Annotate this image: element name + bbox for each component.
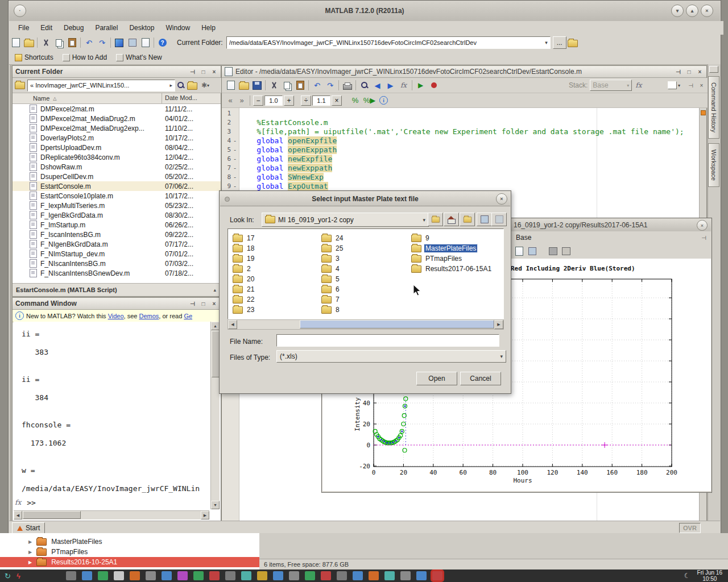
- folder-item[interactable]: MasterPlateFiles: [411, 244, 477, 253]
- taskbar-app-icon[interactable]: [177, 571, 188, 580]
- dialog-horizontal-scrollbar[interactable]: ◀ ▶: [228, 319, 504, 330]
- editor-header[interactable]: Editor - /media/data/EASY/InovImager_jwr…: [222, 66, 706, 78]
- folder-item[interactable]: 20: [233, 275, 255, 284]
- folder-item[interactable]: 18: [233, 244, 255, 253]
- analyzer-warning-marker[interactable]: [701, 110, 706, 115]
- file-row[interactable]: F_IexpMultiTseries.m05/23/2...: [13, 201, 221, 210]
- chevron-down-icon[interactable]: ▾: [545, 40, 548, 45]
- folder-item[interactable]: 22: [233, 295, 255, 304]
- file-row[interactable]: DMPexcel2mat_MediaDrug2.m04/01/2...: [13, 114, 221, 123]
- command-output[interactable]: ii = 383 ii = 384 fhconsole = 173.1062 w…: [14, 322, 217, 517]
- new-folder-button[interactable]: [460, 213, 475, 226]
- code-line[interactable]: 4- global openExpfile: [222, 136, 698, 146]
- explorer-row[interactable]: ▶MasterPlateFiles: [0, 537, 259, 547]
- redo-button[interactable]: ↷: [324, 79, 337, 92]
- vertical-scrollbar[interactable]: ▲ ▼: [210, 322, 220, 509]
- prompt-line[interactable]: fx >>: [14, 498, 201, 507]
- folder-list[interactable]: 17181922021222324253456789MasterPlateFil…: [228, 228, 504, 319]
- undo-button[interactable]: ↶: [311, 79, 324, 92]
- eval-advance-button[interactable]: %▶: [363, 94, 376, 107]
- code-line[interactable]: 7- global newExppath: [222, 164, 698, 173]
- taskbar-app-icon[interactable]: [273, 571, 283, 580]
- breadcrumb-expand-icon[interactable]: ▸: [169, 82, 172, 88]
- undock-icon[interactable]: ⊣: [189, 301, 196, 307]
- folder-item[interactable]: PTmapFiles: [411, 254, 463, 263]
- taskbar-app-icon[interactable]: [305, 571, 315, 580]
- window-titlebar[interactable]: · MATLAB 7.12.0 (R2011a) ▾ ▴ ×: [9, 1, 720, 22]
- command-window-header[interactable]: Command Window ⊣ □ ×: [13, 298, 221, 310]
- eval-cell-button[interactable]: %: [349, 94, 362, 107]
- maximize-panel-icon[interactable]: □: [200, 69, 207, 75]
- scroll-left-arrow[interactable]: ◀: [228, 320, 237, 329]
- save-button[interactable]: [250, 79, 263, 92]
- expand-details-icon[interactable]: ▴: [213, 287, 216, 293]
- scroll-down-arrow[interactable]: ▼: [211, 501, 220, 509]
- name-column-header[interactable]: Name: [33, 95, 49, 102]
- taskbar-app-icon[interactable]: [432, 571, 442, 580]
- current-folder-header[interactable]: Current Folder ⊣ □ ×: [13, 66, 221, 78]
- maximize-button[interactable]: ▴: [686, 5, 698, 17]
- undo-button[interactable]: ↶: [82, 36, 96, 49]
- taskbar-app-icon[interactable]: [209, 571, 220, 580]
- folder-item[interactable]: Results2017-06-15A1: [411, 264, 493, 273]
- stack-combo[interactable]: Base ▾: [590, 80, 632, 91]
- menu-parallel[interactable]: Parallel: [89, 22, 123, 34]
- divide-button[interactable]: ÷: [301, 95, 311, 106]
- undock-icon[interactable]: ⊣: [687, 82, 694, 89]
- up-one-level-button[interactable]: [428, 213, 443, 226]
- folder-item[interactable]: 4: [321, 264, 341, 273]
- function-browser-button[interactable]: fx: [397, 79, 410, 92]
- dock-icon[interactable]: [709, 66, 718, 73]
- code-line[interactable]: 3 %[file,path] = uiputfile('.mat','Creat…: [222, 127, 698, 136]
- scroll-thumb[interactable]: [23, 511, 81, 519]
- files-of-type-combo[interactable]: (*.xls) ▾: [276, 350, 506, 363]
- increment-value-field[interactable]: 1.0: [264, 95, 283, 106]
- folder-item[interactable]: 21: [233, 285, 255, 294]
- file-row[interactable]: EstartConsole10plate.m10/17/2...: [13, 191, 221, 201]
- function-hints-button[interactable]: fx: [632, 79, 645, 92]
- taskbar-app-icon[interactable]: [98, 571, 108, 580]
- go-back-button[interactable]: ◀: [371, 79, 384, 92]
- taskbar-app-icon[interactable]: [257, 571, 267, 580]
- folder-item[interactable]: 9: [411, 234, 431, 243]
- session-icon[interactable]: ↻: [5, 572, 11, 580]
- taskbar-app-icon[interactable]: [289, 571, 299, 580]
- explorer-row[interactable]: ▶PTmapFiles: [0, 547, 259, 557]
- refresh-folder-button[interactable]: [187, 79, 198, 92]
- folder-item[interactable]: 6: [321, 285, 341, 294]
- file-row[interactable]: DReplicate96to384conv.m12/04/2...: [13, 152, 221, 162]
- breakpoints-button[interactable]: [427, 79, 440, 92]
- find-button[interactable]: [358, 79, 371, 92]
- menu-desktop[interactable]: Desktop: [123, 22, 160, 34]
- multiply-button[interactable]: ×: [332, 95, 342, 106]
- code-line[interactable]: 8- global SWnewExp: [222, 173, 698, 182]
- folder-item[interactable]: 3: [321, 254, 341, 263]
- column-divider[interactable]: [162, 93, 162, 103]
- paste-button[interactable]: [293, 79, 307, 92]
- minimize-button[interactable]: ▾: [671, 5, 684, 17]
- menu-debug[interactable]: Debug: [58, 22, 89, 34]
- menu-window[interactable]: Window: [160, 22, 196, 34]
- close-panel-icon[interactable]: ×: [210, 69, 218, 75]
- file-row[interactable]: F_NIscanIntensBG.m07/03/2...: [13, 259, 221, 268]
- whats-new-button[interactable]: What's New: [116, 53, 162, 61]
- multiply-value-field[interactable]: 1.1: [312, 95, 330, 106]
- run-button[interactable]: ▶: [414, 79, 427, 92]
- scroll-right-arrow[interactable]: ▶: [494, 320, 503, 329]
- folder-item[interactable]: 7: [321, 295, 341, 304]
- maximize-panel-icon[interactable]: □: [685, 69, 693, 75]
- folder-item[interactable]: 8: [321, 305, 341, 314]
- menu-help[interactable]: Help: [196, 22, 221, 34]
- new-button[interactable]: [224, 79, 237, 92]
- file-row[interactable]: EstartConsole.m07/06/2...: [13, 181, 221, 191]
- file-row[interactable]: F_NIgenBkGrdData.m07/17/2...: [13, 239, 221, 249]
- code-line[interactable]: 9- global ExpOutmat: [222, 182, 698, 191]
- close-file-icon[interactable]: ×: [698, 82, 705, 89]
- go-forward-button[interactable]: ▶: [384, 79, 397, 92]
- increase-indent-button[interactable]: »: [237, 94, 247, 107]
- alert-icon[interactable]: ϟ: [16, 572, 20, 580]
- file-row[interactable]: DMPexcel2mat.m11/11/2...: [13, 104, 221, 114]
- taskbar-app-icon[interactable]: [193, 571, 204, 580]
- file-row[interactable]: F_IgenBkGrdData.m08/30/2...: [13, 210, 221, 220]
- help-button[interactable]: ?: [156, 36, 169, 49]
